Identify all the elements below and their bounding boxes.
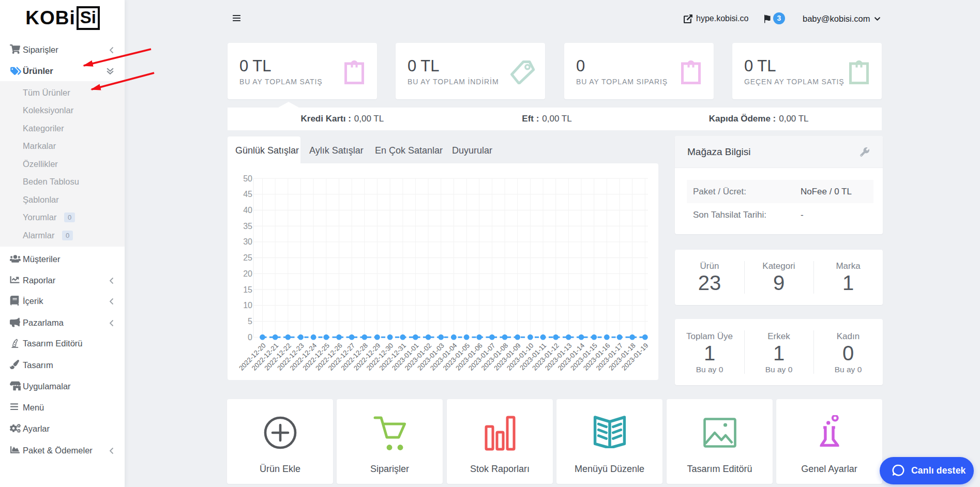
svg-text:40: 40 xyxy=(243,206,252,215)
svg-text:35: 35 xyxy=(243,222,252,231)
svg-text:0: 0 xyxy=(248,333,252,342)
svg-text:10: 10 xyxy=(243,301,252,310)
svg-text:15: 15 xyxy=(243,285,252,294)
svg-text:25: 25 xyxy=(243,253,252,262)
svg-text:30: 30 xyxy=(243,237,252,246)
svg-text:5: 5 xyxy=(248,317,252,326)
svg-text:45: 45 xyxy=(243,190,252,199)
svg-text:20: 20 xyxy=(243,269,252,278)
svg-text:50: 50 xyxy=(243,174,252,183)
